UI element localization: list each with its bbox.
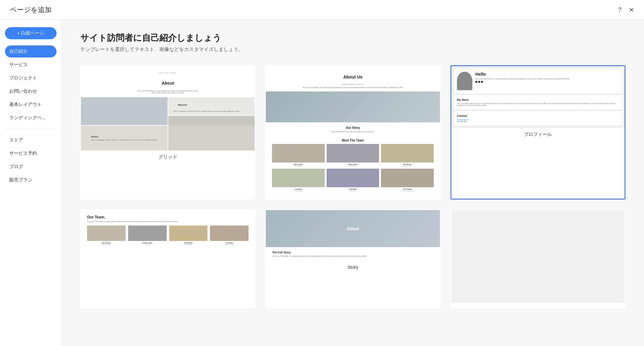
template-team-label <box>81 250 255 255</box>
about-member-6-role: Customer Support Lead <box>381 190 433 192</box>
profile-hello-desc: This is your About Page. It is a great o… <box>475 78 619 80</box>
story-title: The Full Story <box>272 251 433 254</box>
team-desc: This is your Team page. It is a great sp… <box>87 221 249 222</box>
about-desc: This is your About Page. This space is a… <box>272 86 433 88</box>
sidebar-item-service[interactable]: サービス <box>5 59 56 71</box>
about-title: About Us <box>272 70 433 82</box>
template-team[interactable]: Our Team. This is your Team page. It is … <box>80 209 255 308</box>
about-member-4-role: Product Manager <box>272 190 324 192</box>
sidebar-item-landing[interactable]: ランディングペ... <box>5 112 56 124</box>
profile-story-title: My Story <box>457 98 619 101</box>
about-member-1-role: Founder & CEO <box>272 165 324 167</box>
template-story-label: Story <box>266 261 440 271</box>
team-member-1-role: Founder & CEO <box>87 244 126 245</box>
top-bar: ページを追加 ? ✕ <box>0 0 644 20</box>
sidebar-item-reservation[interactable]: サービス予約 <box>5 147 56 159</box>
grid-vision-title: Vision <box>91 135 157 138</box>
page-title: ページを追加 <box>10 5 52 15</box>
template-profile[interactable]: Hello This is your About Page. It is a g… <box>450 65 625 200</box>
team-title: Our Team. <box>87 215 249 219</box>
add-blank-page-button[interactable]: + 白紙ページ <box>5 27 56 39</box>
grid-subtitle: The Full Story <box>86 69 250 77</box>
template-blank-label <box>451 303 625 308</box>
main-subheading: テンプレートを選択してテキスト、画像などをカスタマイズしましょう。 <box>80 46 625 53</box>
grid-vision-text: This is a Paragraph. Click on "Edit Text… <box>91 139 157 141</box>
about-member-5-role: HR Lead <box>327 190 379 192</box>
about-story-text: Every website has a story, and your visi… <box>272 131 433 133</box>
main-content: サイト訪問者に自己紹介しましょう テンプレートを選択してテキスト、画像などをカス… <box>62 20 644 346</box>
sidebar-item-project[interactable]: プロジェクト <box>5 72 56 84</box>
help-icon[interactable]: ? <box>618 6 621 13</box>
profile-hello-title: Hello <box>475 72 619 77</box>
sidebar-item-blog[interactable]: ブログ <box>5 161 56 173</box>
grid-mission-text: This is a Paragraph. Click on "Edit Text… <box>173 110 250 112</box>
template-team-preview: Our Team. This is your Team page. It is … <box>81 210 255 250</box>
template-about-us-label <box>266 194 440 199</box>
sidebar-item-plan[interactable]: 販売プラン <box>5 174 56 186</box>
profile-contact-phone: 123-456-7890 <box>457 120 619 122</box>
sidebar-item-store[interactable]: ストア <box>5 134 56 146</box>
template-grid[interactable]: The Full Story About This is your About … <box>80 65 255 200</box>
sidebar-item-basicLayout[interactable]: 基本レイアウト <box>5 99 56 111</box>
sidebar-item-jikoShokai[interactable]: 自己紹介 <box>5 45 56 57</box>
template-profile-preview: Hello This is your About Page. It is a g… <box>451 66 625 128</box>
close-icon[interactable]: ✕ <box>629 6 634 14</box>
sidebar-item-contact[interactable]: お問い合わせ <box>5 85 56 97</box>
grid-desc: This is your About Page. It is a great o… <box>137 90 199 94</box>
template-profile-label: プロフィール <box>451 128 625 139</box>
template-blank-preview <box>451 210 625 303</box>
about-member-2-role: Tech Lead <box>327 165 379 167</box>
story-text: This is your About Page. It is a great o… <box>272 255 433 257</box>
sidebar-divider <box>5 129 56 129</box>
team-member-3-role: Office Manager <box>169 244 208 245</box>
about-story-title: Our Story <box>272 126 433 129</box>
template-blank[interactable] <box>450 209 625 308</box>
template-grid-preview: The Full Story About This is your About … <box>81 66 255 150</box>
template-about-us[interactable]: About Us Finding Inspiration in Every Tu… <box>265 65 440 200</box>
story-image-text: About <box>347 226 359 231</box>
team-member-4-role: Product Manager <box>210 244 249 245</box>
team-member-2-role: Tech Lead <box>128 244 167 245</box>
about-team-title: Meet The Team <box>272 139 433 142</box>
template-story[interactable]: About The Full Story This is your About … <box>265 209 440 308</box>
grid-mission-title: Mission <box>173 100 250 109</box>
about-subtitle: Finding Inspiration in Every Turn <box>272 83 433 85</box>
profile-contact-title: Contact <box>457 114 619 117</box>
main-heading: サイト訪問者に自己紹介しましょう <box>80 32 625 44</box>
about-member-3-role: Office Manager <box>381 165 433 167</box>
template-story-preview: About The Full Story This is your About … <box>266 210 440 261</box>
profile-story-text: This is your About page. This space is a… <box>457 103 619 106</box>
template-about-us-preview: About Us Finding Inspiration in Every Tu… <box>266 66 440 194</box>
top-bar-actions: ? ✕ <box>618 6 634 14</box>
sidebar: + 白紙ページ 自己紹介 サービス プロジェクト お問い合わせ 基本レイアウト … <box>0 20 62 346</box>
layout: + 白紙ページ 自己紹介 サービス プロジェクト お問い合わせ 基本レイアウト … <box>0 20 644 346</box>
template-grid-label: グリッド <box>81 150 255 161</box>
templates-grid: The Full Story About This is your About … <box>80 65 625 308</box>
grid-title: About <box>86 78 250 89</box>
